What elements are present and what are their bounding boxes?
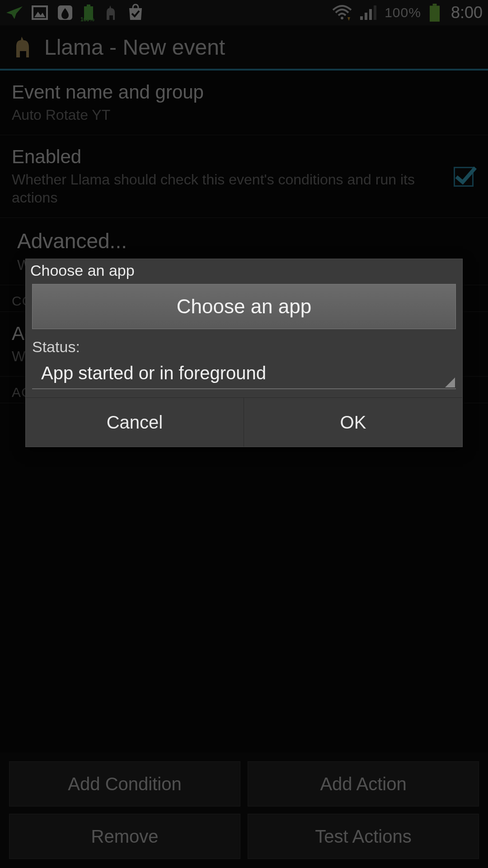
status-label: Status: (32, 338, 456, 356)
choose-app-button[interactable]: Choose an app (32, 284, 456, 329)
choose-app-dialog: Choose an app Choose an app Status: App … (25, 259, 463, 447)
status-spinner[interactable]: App started or in foreground (32, 360, 456, 389)
screen-root: 100% 100% 8:00 (0, 0, 488, 868)
cancel-button[interactable]: Cancel (26, 398, 244, 447)
spinner-triangle-icon (445, 377, 455, 387)
dialog-title: Choose an app (26, 259, 462, 284)
dialog-actions: Cancel OK (26, 397, 462, 447)
status-value: App started or in foreground (41, 363, 266, 383)
ok-button[interactable]: OK (244, 398, 462, 447)
